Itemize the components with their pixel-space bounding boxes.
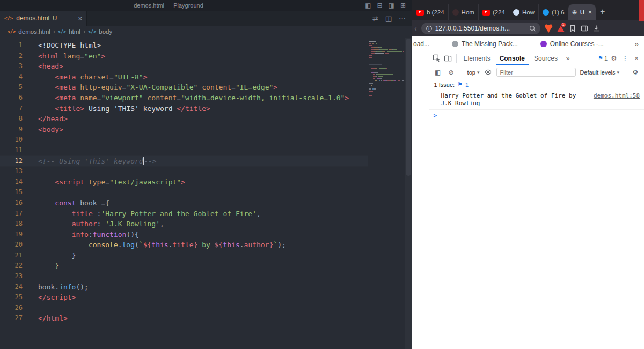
tab-title: (1) 6 xyxy=(552,9,565,16)
live-expression-eye-icon[interactable] xyxy=(483,68,493,77)
code-line-11[interactable]: 11 xyxy=(0,145,368,156)
bookmark-item-partial[interactable]: oad... xyxy=(413,40,429,48)
breadcrumb-item-file[interactable]: demos.html xyxy=(18,28,50,35)
browser-tab-3[interactable]: (224 xyxy=(478,4,509,20)
code-line-17[interactable]: 17 title :'Harry Potter and the Goblet o… xyxy=(0,209,368,219)
code-text: book.info(); xyxy=(23,282,89,293)
devtools-settings-icon[interactable]: ⚙ xyxy=(609,54,619,63)
browser-tab-1[interactable]: b (224 xyxy=(413,4,448,20)
brave-shield-icon[interactable] xyxy=(545,24,553,33)
console-sidebar-icon[interactable]: ◧ xyxy=(433,68,443,77)
editor-scrollbar[interactable] xyxy=(405,38,412,349)
customize-layout-icon[interactable]: ⊞ xyxy=(400,2,406,9)
issues-counter[interactable]: ⚑ 1 xyxy=(598,55,608,62)
issues-bar[interactable]: 1 Issue: ⚑ 1 xyxy=(429,79,644,90)
new-tab-button[interactable]: + xyxy=(600,8,605,16)
browser-tab-2[interactable]: Hom xyxy=(448,4,478,20)
toggle-secondary-sidebar-icon[interactable]: ◨ xyxy=(389,2,394,9)
token: ` xyxy=(273,241,277,249)
code-line-5[interactable]: 5 <meta http-equiv="X-UA-Compatible" con… xyxy=(0,82,368,93)
code-line-2[interactable]: 2<html lang="en"> xyxy=(0,51,368,62)
code-line-6[interactable]: 6 <meta name="viewport" content="width=d… xyxy=(0,93,368,103)
code-line-15[interactable]: 15 xyxy=(0,187,368,198)
line-number: 3 xyxy=(0,61,23,72)
tab-close-icon[interactable]: × xyxy=(588,9,592,16)
breadcrumb-item-body[interactable]: body xyxy=(99,28,112,35)
split-editor-icon[interactable]: ◫ xyxy=(385,14,392,23)
context-selector[interactable]: top ▾ xyxy=(467,69,480,76)
reading-list-icon[interactable] xyxy=(569,25,576,32)
code-line-19[interactable]: 19 info:function(){ xyxy=(0,229,368,240)
code-editor[interactable]: 1<!DOCTYPE html>2<html lang="en">3<head>… xyxy=(0,38,412,349)
breadcrumb-item-html[interactable]: html xyxy=(69,28,80,35)
code-line-4[interactable]: 4 <meta charset="UTF-8"> xyxy=(0,72,368,83)
browser-tab-4[interactable]: How xyxy=(509,4,538,20)
toggle-sidebar-icon[interactable]: ◧ xyxy=(365,2,371,9)
line-number: 5 xyxy=(0,82,23,93)
device-toolbar-icon[interactable] xyxy=(443,54,453,63)
code-line-22[interactable]: 22 } xyxy=(0,261,368,271)
token: (); xyxy=(76,283,88,291)
code-line-7[interactable]: 7 <title> Using 'THIS' keyword </title> xyxy=(0,103,368,114)
line-number: 7 xyxy=(0,103,23,114)
devtools-close-icon[interactable]: × xyxy=(632,54,641,63)
line-number: 17 xyxy=(0,209,23,219)
code-line-8[interactable]: 8</head> xyxy=(0,114,368,124)
bookmark-item-missing-pack[interactable]: The Missing Pack... xyxy=(452,40,518,48)
minimap[interactable] xyxy=(369,41,404,97)
code-line-25[interactable]: 25</script> xyxy=(0,292,368,303)
console-prompt[interactable]: > xyxy=(429,110,644,120)
console-settings-icon[interactable]: ⚙ xyxy=(631,68,640,77)
browser-tab-active[interactable]: ⊕ U × xyxy=(568,4,596,20)
line-number: 18 xyxy=(0,219,23,229)
bookmark-item-online-courses[interactable]: Online Courses -... xyxy=(540,40,604,48)
line-number: 22 xyxy=(0,261,23,271)
code-line-10[interactable]: 10 xyxy=(0,135,368,145)
token: ( xyxy=(135,241,139,249)
code-line-3[interactable]: 3<head> xyxy=(0,61,368,72)
line-number: 26 xyxy=(0,303,23,314)
code-line-12[interactable]: 12<!-- Using 'This' keyword--> xyxy=(0,156,368,167)
code-line-1[interactable]: 1<!DOCTYPE html> xyxy=(0,40,368,51)
url-text[interactable]: 127.0.0.1:5501/demos.h... xyxy=(435,25,526,32)
code-line-9[interactable]: 9<body> xyxy=(0,124,368,135)
site-info-icon[interactable]: i xyxy=(426,26,432,32)
line-number: 8 xyxy=(0,114,23,124)
download-icon[interactable] xyxy=(592,25,600,32)
code-line-16[interactable]: 16 const book ={ xyxy=(0,198,368,209)
youtube-icon xyxy=(482,10,490,16)
devtools-tab-sources[interactable]: Sources xyxy=(530,51,561,65)
zoom-icon[interactable] xyxy=(529,25,536,32)
log-level-selector[interactable]: Default levels ▾ xyxy=(580,69,619,76)
clear-console-icon[interactable]: ⊘ xyxy=(447,68,456,77)
code-line-18[interactable]: 18 author: 'J.K Rowling', xyxy=(0,219,368,229)
adblock-extension-icon[interactable]: 1 xyxy=(557,26,565,32)
code-line-21[interactable]: 21 } xyxy=(0,250,368,261)
tab-close-icon[interactable]: × xyxy=(78,14,82,23)
compare-changes-icon[interactable]: ⇄ xyxy=(372,14,378,23)
devtools-tab-console[interactable]: Console xyxy=(496,51,529,65)
scrollbar-thumb[interactable] xyxy=(406,39,411,176)
token: author xyxy=(244,241,269,249)
more-tabs-icon[interactable]: » xyxy=(563,54,573,63)
code-line-24[interactable]: 24book.info(); xyxy=(0,282,368,293)
back-button-icon[interactable]: ‹ xyxy=(414,24,417,33)
code-line-13[interactable]: 13 xyxy=(0,166,368,177)
devtools-menu-icon[interactable]: ⋮ xyxy=(620,54,630,63)
code-line-14[interactable]: 14 <script type="text/javascript"> xyxy=(0,177,368,188)
code-line-23[interactable]: 23 xyxy=(0,271,368,282)
code-line-26[interactable]: 26 xyxy=(0,303,368,314)
sidebar-icon[interactable] xyxy=(581,25,588,32)
code-line-20[interactable]: 20 console.log(`${this.title} by ${this.… xyxy=(0,240,368,250)
browser-tab-5[interactable]: (1) 6 xyxy=(538,4,568,20)
devtools-tab-elements[interactable]: Elements xyxy=(460,51,494,65)
editor-tab-demos-html[interactable]: </> demos.html U × xyxy=(0,11,87,26)
console-source-link[interactable]: demos.html:58 xyxy=(594,92,640,100)
toggle-panel-icon[interactable]: ⊟ xyxy=(377,2,383,9)
inspect-element-icon[interactable] xyxy=(432,54,442,63)
bookmarks-overflow-icon[interactable]: » xyxy=(634,40,639,48)
url-bar[interactable]: i 127.0.0.1:5501/demos.h... xyxy=(421,23,540,34)
more-actions-icon[interactable]: ⋯ xyxy=(399,14,406,23)
code-line-27[interactable]: 27</html> xyxy=(0,313,368,324)
console-filter-input[interactable] xyxy=(496,68,576,77)
